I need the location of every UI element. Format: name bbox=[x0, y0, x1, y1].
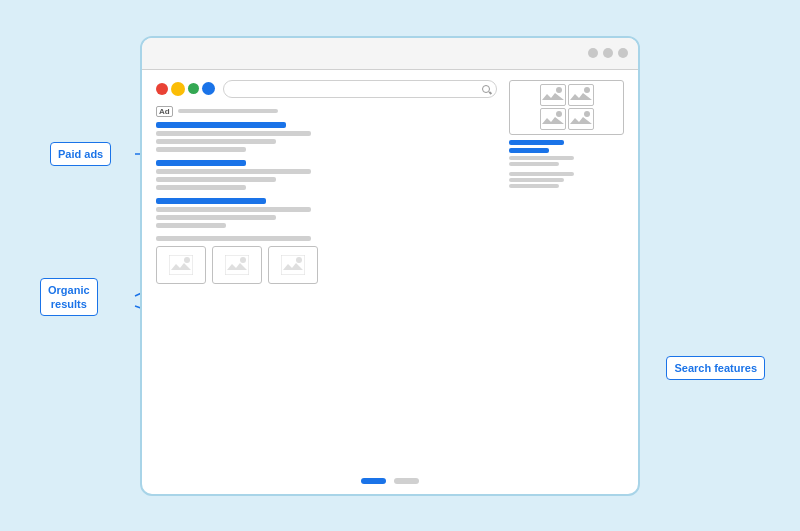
img-thumb-1 bbox=[156, 246, 206, 284]
org2-gray-bar-1 bbox=[156, 207, 311, 212]
ad-gray-bar-1 bbox=[156, 131, 311, 136]
gdot-red bbox=[156, 83, 168, 95]
kp-separator bbox=[509, 172, 624, 188]
kp-cell-3 bbox=[540, 108, 566, 130]
kp-gray-bar-5 bbox=[509, 184, 559, 188]
main-container: Ad bbox=[20, 16, 780, 516]
bottom-pill-gray bbox=[394, 478, 419, 484]
ad-row: Ad bbox=[156, 106, 497, 117]
dot-3 bbox=[618, 48, 628, 58]
org2-blue-bar bbox=[156, 198, 266, 204]
image-row bbox=[156, 236, 497, 284]
ad-gray-bar-2 bbox=[156, 139, 276, 144]
kp-cell-2 bbox=[568, 84, 594, 106]
browser-bottom bbox=[142, 478, 638, 484]
bottom-pill-blue bbox=[361, 478, 386, 484]
kp-gray-bar-2 bbox=[509, 162, 559, 166]
right-col bbox=[509, 80, 624, 284]
kp-cell-4 bbox=[568, 108, 594, 130]
browser-content: Ad bbox=[142, 70, 638, 294]
kp-gray-bar-4 bbox=[509, 178, 564, 182]
dot-1 bbox=[588, 48, 598, 58]
svg-point-13 bbox=[584, 111, 590, 117]
kp-blue-bar-1 bbox=[509, 140, 564, 145]
gdot-yellow bbox=[171, 82, 185, 96]
browser-window: Ad bbox=[140, 36, 640, 496]
organic-results-label: Organicresults bbox=[40, 278, 98, 317]
organic-results-text: Organicresults bbox=[48, 284, 90, 310]
gdot-green bbox=[188, 83, 199, 94]
org2-gray-bar-2 bbox=[156, 215, 276, 220]
traffic-lights bbox=[588, 48, 628, 58]
search-features-label: Search features bbox=[666, 356, 765, 380]
kp-gray-bar-3 bbox=[509, 172, 574, 176]
svg-point-5 bbox=[184, 257, 190, 263]
svg-rect-8 bbox=[281, 255, 305, 275]
organic-result-block-1 bbox=[156, 160, 497, 190]
svg-point-7 bbox=[240, 257, 246, 263]
google-logo bbox=[156, 82, 215, 96]
search-header bbox=[156, 80, 497, 98]
img-thumb-3 bbox=[268, 246, 318, 284]
kp-gray-bar-1 bbox=[509, 156, 574, 160]
kp-image-top bbox=[509, 80, 624, 135]
gdot-blue bbox=[202, 82, 215, 95]
svg-rect-6 bbox=[225, 255, 249, 275]
svg-point-9 bbox=[296, 257, 302, 263]
svg-point-11 bbox=[584, 87, 590, 93]
kp-cell-1 bbox=[540, 84, 566, 106]
kp-lines bbox=[509, 140, 624, 188]
browser-titlebar bbox=[142, 38, 638, 70]
kp-blue-bar-2 bbox=[509, 148, 549, 153]
org1-gray-bar-1 bbox=[156, 169, 311, 174]
ad-blue-bar-1 bbox=[156, 122, 286, 128]
search-bar[interactable] bbox=[223, 80, 497, 98]
img-row-label-bar bbox=[156, 236, 311, 241]
org1-blue-bar bbox=[156, 160, 246, 166]
svg-point-10 bbox=[556, 87, 562, 93]
image-placeholder-row bbox=[156, 246, 497, 284]
ad-gray-bar-3 bbox=[156, 147, 246, 152]
dot-2 bbox=[603, 48, 613, 58]
ad-badge: Ad bbox=[156, 106, 173, 117]
org1-gray-bar-3 bbox=[156, 185, 246, 190]
img-thumb-2 bbox=[212, 246, 262, 284]
search-icon bbox=[482, 85, 490, 93]
left-col: Ad bbox=[156, 80, 497, 284]
svg-rect-4 bbox=[169, 255, 193, 275]
kp-grid bbox=[540, 84, 594, 130]
paid-result-block bbox=[156, 122, 497, 152]
organic-result-block-2 bbox=[156, 198, 497, 228]
svg-point-12 bbox=[556, 111, 562, 117]
ad-line-bar bbox=[178, 109, 278, 113]
org2-gray-bar-3 bbox=[156, 223, 226, 228]
paid-ads-label: Paid ads bbox=[50, 142, 111, 166]
org1-gray-bar-2 bbox=[156, 177, 276, 182]
search-features-text: Search features bbox=[674, 362, 757, 374]
